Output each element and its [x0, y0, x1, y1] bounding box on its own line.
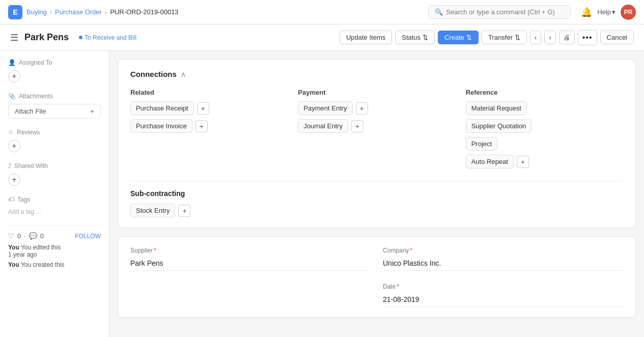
main-layout: 👤 Assigned To + 📎 Attachments Attach Fil…: [0, 51, 644, 337]
create-chevron-icon: ⇅: [466, 34, 472, 41]
breadcrumb: Buying › Purchase Order › PUR-ORD-2019-0…: [26, 8, 179, 16]
prev-button[interactable]: ‹: [530, 31, 541, 44]
project-item: Project: [466, 137, 623, 151]
purchase-invoice-tag[interactable]: Purchase Invoice: [130, 119, 192, 133]
supplier-value[interactable]: Park Pens: [130, 256, 371, 271]
sidebar-toggle-button[interactable]: ☰: [10, 32, 18, 43]
activity-edited: You You edited this 1 year ago: [8, 244, 101, 258]
print-icon: 🖨: [564, 34, 570, 41]
search-icon: 🔍: [435, 8, 443, 16]
comment-icon: 💬: [29, 232, 37, 240]
purchase-receipt-tag[interactable]: Purchase Receipt: [130, 101, 194, 115]
supplier-quotation-tag[interactable]: Supplier Quotation: [466, 119, 532, 133]
attachments-label: 📎 Attachments: [8, 93, 101, 100]
add-assignee-button[interactable]: +: [8, 70, 20, 82]
auto-repeat-item: Auto Repeat +: [466, 155, 623, 168]
supplier-required: *: [154, 247, 156, 254]
add-review-button[interactable]: +: [8, 140, 20, 152]
company-field: Company * Unico Plastics Inc.: [383, 247, 623, 271]
connections-header: Connections ∧: [130, 70, 623, 78]
shared-with-section: ⤴ Shared With +: [8, 162, 101, 186]
related-title: Related: [130, 89, 288, 96]
edited-time: 1 year ago: [8, 251, 37, 258]
navbar: E Buying › Purchase Order › PUR-ORD-2019…: [0, 0, 644, 24]
breadcrumb-purchase-order[interactable]: Purchase Order: [55, 8, 102, 16]
material-request-tag[interactable]: Material Request: [466, 101, 527, 115]
breadcrumb-sep-2: ›: [105, 8, 107, 16]
project-tag[interactable]: Project: [466, 137, 497, 151]
tags-label: 🏷 Tags: [8, 196, 101, 203]
status-badge[interactable]: To Receive and Bill: [75, 33, 141, 42]
status-button[interactable]: Status ⇅: [395, 31, 435, 44]
likes-count: 0: [17, 232, 21, 240]
update-items-label: Update Items: [346, 34, 385, 41]
cancel-button[interactable]: Cancel: [600, 31, 634, 44]
follow-button[interactable]: FOLLOW: [75, 233, 101, 240]
shared-with-label: ⤴ Shared With: [8, 162, 101, 170]
supplier-field: Supplier * Park Pens: [130, 247, 371, 271]
attach-plus-icon: +: [90, 107, 94, 115]
user-avatar[interactable]: PR: [621, 5, 636, 20]
payment-entry-tag[interactable]: Payment Entry: [298, 101, 352, 115]
chevron-down-icon: ▾: [612, 8, 615, 16]
form-card-body: Supplier * Park Pens Company * Unico Pla…: [118, 237, 635, 317]
auto-repeat-add-button[interactable]: +: [517, 156, 529, 168]
bell-icon: 🔔: [581, 7, 592, 17]
auto-repeat-tag[interactable]: Auto Repeat: [466, 155, 514, 168]
notification-bell[interactable]: 🔔: [581, 7, 592, 18]
add-tag-text[interactable]: Add a tag ...: [8, 208, 41, 215]
user-icon: 👤: [8, 59, 16, 66]
help-button[interactable]: Help ▾: [597, 8, 615, 16]
assigned-to-label: 👤 Assigned To: [8, 59, 101, 66]
status-button-label: Status: [402, 34, 421, 41]
attach-file-button[interactable]: Attach File +: [8, 104, 101, 119]
connections-grid: Related Purchase Receipt + Purchase Invo…: [130, 89, 623, 168]
breadcrumb-sep-1: ›: [50, 8, 52, 16]
status-dot: [79, 36, 82, 39]
company-label: Company *: [383, 247, 623, 254]
status-label: To Receive and Bill: [85, 34, 136, 41]
payment-items: Payment Entry + Journal Entry +: [298, 101, 455, 133]
connections-title: Connections: [130, 70, 177, 78]
activity-created: You You created this: [8, 261, 101, 268]
search-bar[interactable]: 🔍 Search or type a command (Ctrl + G): [428, 5, 571, 19]
related-column: Related Purchase Receipt + Purchase Invo…: [130, 89, 288, 168]
more-icon: •••: [582, 33, 593, 42]
journal-entry-add-button[interactable]: +: [351, 120, 363, 132]
brand-logo[interactable]: E: [8, 5, 22, 19]
supplier-quotation-item: Supplier Quotation: [466, 119, 623, 133]
connections-collapse-icon[interactable]: ∧: [181, 70, 186, 78]
reviews-section: ☆ Reviews +: [8, 129, 101, 152]
stock-entry-tag[interactable]: Stock Entry: [130, 204, 175, 217]
reference-items: Material Request Supplier Quotation Proj…: [466, 101, 623, 168]
transfer-button[interactable]: Transfer ⇅: [482, 31, 527, 44]
more-options-button[interactable]: •••: [578, 30, 597, 45]
journal-entry-tag[interactable]: Journal Entry: [298, 119, 348, 133]
date-value[interactable]: 21-08-2019: [383, 292, 623, 307]
breadcrumb-buying[interactable]: Buying: [26, 8, 47, 16]
create-button[interactable]: Create ⇅: [438, 31, 479, 44]
add-share-button[interactable]: +: [8, 174, 20, 186]
purchase-invoice-item: Purchase Invoice +: [130, 119, 288, 133]
next-button[interactable]: ›: [544, 31, 555, 44]
share-icon: ⤴: [8, 162, 11, 170]
create-label: Create: [444, 34, 464, 41]
attachments-section: 📎 Attachments Attach File +: [8, 93, 101, 119]
purchase-invoice-add-button[interactable]: +: [195, 120, 208, 132]
reviews-label: ☆ Reviews: [8, 129, 101, 136]
company-value[interactable]: Unico Plastics Inc.: [383, 256, 623, 271]
attach-file-label: Attach File: [15, 107, 46, 115]
reference-column: Reference Material Request Supplier Quot…: [466, 89, 623, 168]
stock-entry-add-button[interactable]: +: [178, 205, 190, 217]
payment-entry-add-button[interactable]: +: [356, 102, 368, 115]
journal-entry-item: Journal Entry +: [298, 119, 455, 133]
connections-card-body: Connections ∧ Related Purchase Receipt +: [118, 60, 635, 228]
assigned-to-section: 👤 Assigned To +: [8, 59, 101, 82]
update-items-button[interactable]: Update Items: [340, 31, 392, 44]
related-items: Purchase Receipt + Purchase Invoice +: [130, 101, 288, 133]
main-content: Connections ∧ Related Purchase Receipt +: [109, 51, 644, 337]
print-button[interactable]: 🖨: [559, 31, 575, 44]
purchase-receipt-add-button[interactable]: +: [197, 102, 209, 115]
subcontracting-section: Sub-contracting Stock Entry +: [130, 181, 623, 217]
sidebar: 👤 Assigned To + 📎 Attachments Attach Fil…: [0, 51, 109, 337]
